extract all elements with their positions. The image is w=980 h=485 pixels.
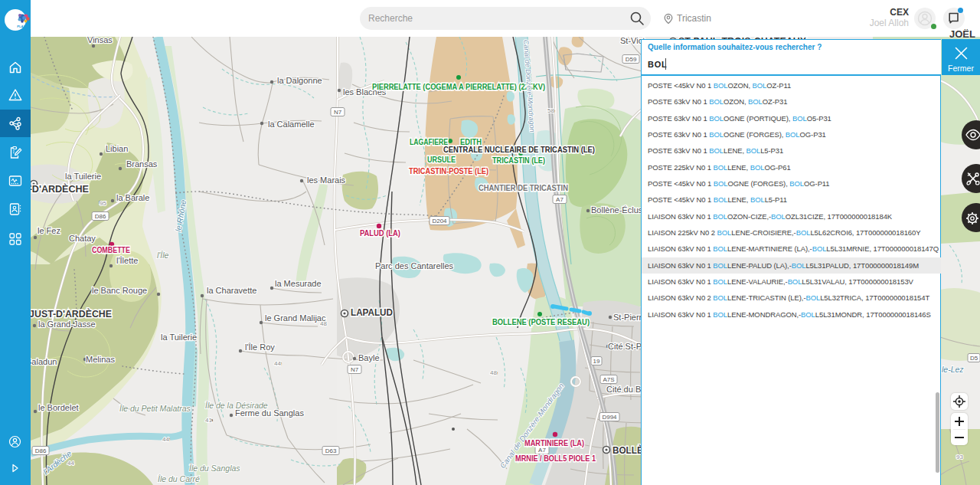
svg-text:les Marais: les Marais: [307, 175, 346, 185]
svg-text:D59: D59: [626, 56, 637, 63]
svg-text:Parc des Cantarelles: Parc des Cantarelles: [375, 261, 454, 270]
svg-text:D204: D204: [432, 218, 447, 224]
svg-text:la Mesurade: la Mesurade: [275, 279, 322, 288]
svg-text:44: 44: [67, 460, 74, 467]
svg-text:la Barale: la Barale: [116, 193, 149, 202]
svg-text:PLASMA: PLASMA: [17, 25, 31, 28]
svg-text:93: 93: [956, 454, 963, 460]
svg-text:BOLLENE (POSTE RESEAU): BOLLENE (POSTE RESEAU): [492, 317, 590, 326]
svg-text:LAPALUD: LAPALUD: [351, 306, 393, 318]
svg-text:D86: D86: [35, 447, 47, 454]
svg-text:PIERRELATTE (COGEMA A PIERRELA: PIERRELATTE (COGEMA A PIERRELATTE) (225K…: [372, 82, 545, 91]
svg-text:l'Îlette: l'Îlette: [116, 256, 138, 265]
svg-text:le Grand Malijac: le Grand Malijac: [265, 313, 326, 323]
svg-text:St-Pierr: St-Pierr: [613, 313, 642, 322]
svg-text:Libian: Libian: [106, 144, 128, 153]
svg-text:A7: A7: [556, 196, 564, 203]
svg-text:MRNIE / BOLL5 PIOLE 1: MRNIE / BOLL5 PIOLE 1: [515, 454, 596, 463]
svg-text:Bollène-Écluse: Bollène-Écluse: [591, 205, 647, 215]
svg-text:D63: D63: [325, 447, 337, 454]
svg-text:le Banc Rouge: le Banc Rouge: [92, 286, 147, 295]
svg-text:la Tuilerie: la Tuilerie: [65, 172, 101, 181]
svg-text:N7: N7: [351, 366, 359, 373]
svg-text:Île du Carré: Île du Carré: [158, 474, 200, 483]
svg-text:19: 19: [593, 358, 600, 365]
svg-text:44: 44: [162, 436, 169, 443]
svg-text:D86: D86: [95, 213, 106, 220]
svg-text:41: 41: [205, 417, 212, 424]
svg-text:la Calamelle: la Calamelle: [268, 120, 315, 129]
svg-text:la Dalgonne: la Dalgonne: [277, 76, 322, 85]
svg-text:Bayle: Bayle: [358, 353, 380, 362]
svg-text:Melinas: Melinas: [86, 355, 115, 364]
svg-text:A7S: A7S: [603, 376, 614, 383]
svg-text:l'Île Roy: l'Île Roy: [245, 342, 275, 352]
svg-text:la Charavette: la Charavette: [207, 286, 256, 295]
svg-text:TRICASTIN (LE): TRICASTIN (LE): [492, 156, 545, 165]
svg-text:MARTINIERE (LA): MARTINIERE (LA): [524, 438, 584, 447]
svg-text:95: 95: [100, 200, 106, 207]
svg-text:PALUD (LA): PALUD (LA): [360, 228, 400, 238]
svg-text:la Grand-Jasse: la Grand-Jasse: [38, 320, 96, 329]
svg-text:Île du Sanglas: Île du Sanglas: [189, 464, 240, 473]
svg-text:-JUST-D'ARDÈCHE: -JUST-D'ARDÈCHE: [31, 308, 112, 320]
svg-text:N7: N7: [334, 109, 342, 116]
svg-text:CHANTIER DE TRICASTIN: CHANTIER DE TRICASTIN: [479, 183, 568, 192]
svg-text:le-Lez: le-Lez: [942, 365, 964, 374]
svg-text:l'Île: l'Île: [157, 251, 169, 260]
svg-text:EDITH: EDITH: [460, 137, 482, 146]
svg-text:Île du Petit Malatras: Île du Petit Malatras: [119, 404, 191, 413]
svg-text:la Tuilerie: la Tuilerie: [161, 333, 197, 342]
svg-text:le Bordelet: le Bordelet: [38, 403, 79, 412]
svg-text:L-D'ARDÈCHE: L-D'ARDÈCHE: [31, 183, 89, 195]
svg-text:44: 44: [274, 360, 281, 367]
svg-text:LAGAFIERE: LAGAFIERE: [410, 137, 448, 146]
svg-text:48: 48: [320, 320, 327, 327]
svg-text:A7: A7: [538, 447, 546, 454]
svg-text:48: 48: [490, 369, 497, 376]
svg-text:58: 58: [547, 107, 554, 114]
svg-text:D994: D994: [602, 414, 617, 421]
svg-text:Chatay: Chatay: [69, 234, 96, 243]
svg-text:D5: D5: [970, 355, 978, 362]
svg-text:Île de la Désirade: Île de la Désirade: [205, 401, 268, 410]
svg-text:Bransas: Bransas: [126, 159, 158, 169]
svg-text:le Fez: le Fez: [38, 226, 60, 235]
svg-text:Baladun: Baladun: [31, 357, 57, 366]
svg-text:Vinsas: Vinsas: [87, 37, 113, 44]
svg-text:TRICASTIN-POSTE (LE): TRICASTIN-POSTE (LE): [409, 166, 488, 175]
svg-text:COMBETTE: COMBETTE: [92, 245, 130, 254]
svg-text:URSULE: URSULE: [427, 155, 456, 164]
